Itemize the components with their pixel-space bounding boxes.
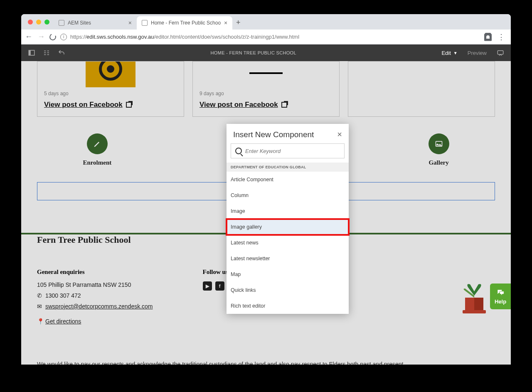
browser-menu-icon[interactable]: ⋮	[498, 32, 505, 42]
browser-window: AEM Sites × Home - Fern Tree Public Scho…	[21, 14, 511, 365]
address-bar: ← → i https://edit.sws.schools.nsw.gov.a…	[21, 30, 511, 44]
browser-tab-home[interactable]: Home - Fern Tree Public Schoo ×	[137, 16, 232, 30]
close-tab-icon[interactable]: ×	[224, 20, 227, 26]
profile-icon[interactable]	[484, 33, 492, 41]
facebook-card-empty	[348, 61, 495, 117]
address-line: 105 Phillip St Parramatta NSW 2150	[37, 281, 153, 288]
component-item-column[interactable]: Column	[227, 187, 349, 203]
file-icon	[142, 20, 148, 26]
chevron-down-icon: ▼	[453, 51, 458, 55]
search-input[interactable]	[245, 148, 340, 154]
page-info-icon[interactable]	[43, 49, 50, 57]
youtube-icon[interactable]: ▶	[203, 281, 212, 291]
reload-button[interactable]	[49, 32, 57, 41]
quick-link-enrolment[interactable]: Enrolment	[83, 133, 111, 166]
mail-icon: ✉	[37, 303, 42, 310]
phone-line: ✆1300 307 472	[37, 292, 153, 299]
new-tab-button[interactable]: +	[232, 18, 244, 30]
acknowledgement-text: We would like to pay our respects and ac…	[37, 350, 495, 365]
timestamp: 5 days ago	[44, 91, 177, 96]
component-item-rich-text[interactable]: Rich text editor	[227, 298, 349, 314]
dialog-title: Insert New Component	[233, 130, 314, 139]
close-dialog-button[interactable]: ×	[337, 130, 342, 139]
quick-link[interactable]	[203, 133, 224, 166]
image-icon	[435, 140, 443, 148]
url-input[interactable]: i https://edit.sws.schools.nsw.gov.au/ed…	[60, 34, 480, 40]
facebook-card: 9 days ago View post on Facebook	[192, 61, 340, 117]
file-icon	[59, 20, 64, 26]
svg-rect-7	[463, 310, 486, 313]
chat-icon	[495, 288, 505, 297]
component-item-latest-news[interactable]: Latest news	[227, 235, 349, 251]
svg-rect-1	[29, 50, 31, 55]
component-item-article[interactable]: Article Component	[227, 172, 349, 187]
card-image	[200, 62, 332, 87]
insert-component-dialog: Insert New Component × DEPARTMENT OF EDU…	[227, 124, 349, 314]
view-post-link[interactable]: View post on Facebook	[200, 101, 287, 109]
close-tab-icon[interactable]: ×	[128, 20, 132, 26]
email-link[interactable]: swsproject@detcorpcomms.zendesk.com	[45, 303, 153, 310]
pencil-icon	[93, 140, 101, 148]
enquiries-heading: General enquiries	[37, 269, 153, 276]
external-link-icon	[126, 102, 132, 108]
footer-col-enquiries: General enquiries 105 Phillip St Parrama…	[37, 269, 153, 329]
close-window-icon[interactable]	[28, 20, 33, 25]
component-item-image[interactable]: Image	[227, 203, 349, 219]
svg-rect-2	[498, 51, 503, 54]
forward-button[interactable]: →	[37, 32, 45, 41]
component-item-latest-newsletter[interactable]: Latest newsletter	[227, 251, 349, 266]
tab-title: AEM Sites	[68, 20, 91, 26]
browser-actions: ⋮	[484, 32, 507, 42]
facebook-icon[interactable]: f	[215, 281, 224, 291]
follow-heading: Follow us	[203, 269, 228, 276]
card-image	[86, 62, 135, 87]
component-item-map[interactable]: Map	[227, 266, 349, 282]
directions-link[interactable]: Get directions	[45, 318, 81, 325]
tab-title: Home - Fern Tree Public Schoo	[151, 20, 221, 26]
page-title: HOME - FERN TREE PUBLIC SCHOOL	[65, 50, 441, 55]
component-category: DEPARTMENT OF EDUCATION GLOBAL	[227, 163, 349, 172]
search-field[interactable]	[231, 143, 345, 158]
side-panel-icon[interactable]	[28, 49, 35, 57]
search-icon	[235, 148, 242, 154]
tab-bar: AEM Sites × Home - Fern Tree Public Scho…	[21, 14, 511, 30]
back-button[interactable]: ←	[25, 32, 33, 41]
zoom-window-icon[interactable]	[44, 20, 49, 25]
mode-preview-button[interactable]: Preview	[468, 50, 487, 56]
directions-line: 📍Get directions	[37, 318, 153, 325]
timestamp: 9 days ago	[200, 91, 332, 96]
quick-link-gallery[interactable]: Gallery	[429, 133, 449, 166]
external-link-icon	[281, 102, 287, 108]
component-item-image-gallery[interactable]: Image gallery	[227, 219, 349, 235]
annotate-icon[interactable]	[497, 49, 504, 57]
email-line: ✉swsproject@detcorpcomms.zendesk.com	[37, 303, 153, 310]
footer-col-follow: Follow us ▶ f	[203, 269, 228, 329]
svg-rect-6	[474, 298, 483, 311]
facebook-card: 5 days ago View post on Facebook	[37, 61, 184, 117]
phone-icon: ✆	[37, 292, 42, 299]
help-button[interactable]: Help	[490, 284, 511, 309]
browser-tab-aem-sites[interactable]: AEM Sites ×	[54, 16, 137, 30]
minimize-window-icon[interactable]	[36, 20, 41, 25]
pin-icon: 📍	[37, 318, 42, 325]
site-info-icon[interactable]: i	[60, 34, 67, 40]
mode-edit-button[interactable]: Edit ▼	[441, 50, 457, 56]
view-post-link[interactable]: View post on Facebook	[44, 101, 132, 109]
plant-illustration	[453, 277, 495, 320]
component-item-quick-links[interactable]: Quick links	[227, 282, 349, 298]
window-controls[interactable]	[25, 20, 54, 30]
aem-toolbar: HOME - FERN TREE PUBLIC SCHOOL Edit ▼ Pr…	[21, 44, 511, 61]
undo-icon[interactable]	[58, 49, 65, 57]
